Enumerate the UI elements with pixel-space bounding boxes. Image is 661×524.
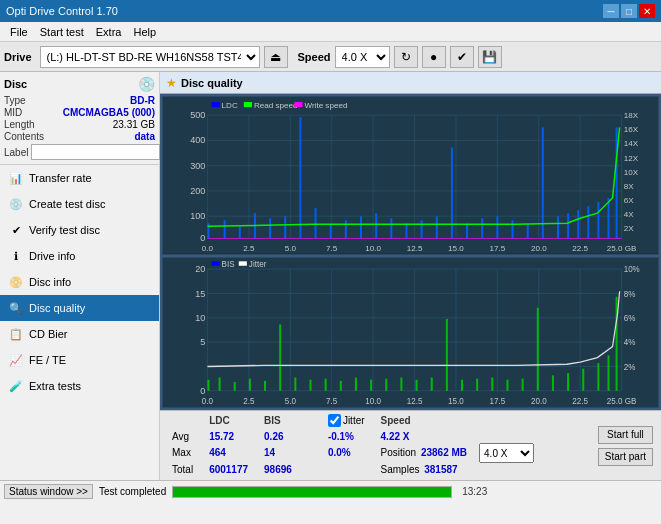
close-button[interactable]: ✕	[639, 4, 655, 18]
status-window-button[interactable]: Status window >>	[4, 484, 93, 499]
avg-bis: 0.26	[256, 428, 300, 445]
content-header-title: Disc quality	[181, 77, 243, 89]
sidebar-item-disc-quality[interactable]: 🔍 Disc quality	[0, 295, 159, 321]
refresh-button[interactable]: ↻	[394, 46, 418, 68]
test-speed-select[interactable]: 4.0 X	[479, 443, 534, 463]
svg-rect-70	[512, 220, 514, 238]
right-content: ★ Disc quality	[160, 72, 661, 480]
disc-section: Disc 💿 Type BD-R MID CMCMAGBA5 (000) Len…	[0, 72, 159, 165]
start-full-button[interactable]: Start full	[598, 426, 653, 444]
save-button[interactable]: 💾	[478, 46, 502, 68]
svg-text:Read speed: Read speed	[254, 101, 298, 110]
drive-toolbar: Drive (L:) HL-DT-ST BD-RE WH16NS58 TST4 …	[0, 42, 661, 72]
sidebar-item-extra-tests[interactable]: 🧪 Extra tests	[0, 373, 159, 399]
transfer-rate-icon: 📊	[8, 170, 24, 186]
svg-rect-54	[269, 218, 271, 238]
burn-button[interactable]: ●	[422, 46, 446, 68]
svg-rect-48	[294, 102, 302, 107]
svg-text:0.0: 0.0	[202, 395, 214, 405]
eject-button[interactable]: ⏏	[264, 46, 288, 68]
svg-rect-68	[481, 218, 483, 238]
svg-rect-121	[239, 261, 247, 265]
stats-table: LDC BIS Jitter Speed Avg	[164, 413, 542, 478]
verify-button[interactable]: ✔	[450, 46, 474, 68]
svg-rect-137	[416, 379, 418, 390]
sidebar-label-fe-te: FE / TE	[29, 354, 66, 366]
minimize-button[interactable]: ─	[603, 4, 619, 18]
svg-rect-61	[375, 213, 377, 238]
svg-text:5: 5	[200, 336, 205, 347]
svg-rect-76	[587, 206, 589, 238]
svg-rect-131	[325, 378, 327, 390]
sidebar-item-cd-bier[interactable]: 📋 CD Bier	[0, 321, 159, 347]
app-title: Opti Drive Control 1.70	[6, 5, 118, 17]
svg-rect-51	[224, 220, 226, 238]
svg-text:12.5: 12.5	[407, 395, 423, 405]
svg-text:10.0: 10.0	[365, 395, 381, 405]
sidebar-item-verify-test-disc[interactable]: ✔ Verify test disc	[0, 217, 159, 243]
sidebar-item-transfer-rate[interactable]: 📊 Transfer rate	[0, 165, 159, 191]
svg-text:22.5: 22.5	[572, 244, 588, 253]
svg-rect-75	[577, 210, 579, 238]
sidebar-label-extra-tests: Extra tests	[29, 380, 81, 392]
jitter-col-header: Jitter	[320, 413, 373, 428]
svg-text:100: 100	[190, 211, 205, 221]
svg-rect-150	[607, 355, 609, 390]
avg-jitter: -0.1%	[320, 428, 373, 445]
titlebar: Opti Drive Control 1.70 ─ □ ✕	[0, 0, 661, 22]
disc-section-label: Disc	[4, 78, 27, 90]
jitter-checkbox-label[interactable]: Jitter	[328, 414, 365, 427]
svg-rect-64	[421, 220, 423, 238]
svg-rect-60	[360, 216, 362, 238]
maximize-button[interactable]: □	[621, 4, 637, 18]
create-test-disc-icon: 💿	[8, 196, 24, 212]
charts-area: 500 400 300 200 100 0 18X 16X 14X 12X 10…	[160, 94, 661, 410]
svg-rect-123	[207, 379, 209, 390]
svg-text:15: 15	[195, 287, 205, 298]
sidebar-item-drive-info[interactable]: ℹ Drive info	[0, 243, 159, 269]
speed-select[interactable]: 4.0 X	[335, 46, 390, 68]
svg-text:15.0: 15.0	[448, 244, 464, 253]
svg-rect-130	[309, 379, 311, 390]
svg-text:300: 300	[190, 161, 205, 171]
start-part-button[interactable]: Start part	[598, 448, 653, 466]
content-header-icon: ★	[166, 76, 177, 90]
menu-start-test[interactable]: Start test	[34, 24, 90, 40]
svg-rect-67	[466, 223, 468, 238]
drive-select[interactable]: (L:) HL-DT-ST BD-RE WH16NS58 TST4	[40, 46, 260, 68]
drive-label: Drive	[4, 51, 32, 63]
sidebar-item-create-test-disc[interactable]: 💿 Create test disc	[0, 191, 159, 217]
total-label: Total	[164, 461, 201, 478]
svg-text:12.5: 12.5	[407, 244, 423, 253]
svg-text:15.0: 15.0	[448, 395, 464, 405]
bottom-chart: 20 15 10 5 0 10% 8% 6% 4% 2%	[162, 257, 659, 408]
jitter-checkbox[interactable]	[328, 414, 341, 427]
svg-rect-78	[607, 198, 609, 238]
svg-rect-59	[345, 220, 347, 238]
total-ldc: 6001177	[201, 461, 256, 478]
svg-text:18X: 18X	[624, 111, 639, 120]
total-bis: 98696	[256, 461, 300, 478]
svg-text:4%: 4%	[624, 337, 636, 347]
sidebar-item-disc-info[interactable]: 📀 Disc info	[0, 269, 159, 295]
sidebar-item-fe-te[interactable]: 📈 FE / TE	[0, 347, 159, 373]
start-buttons: Start full Start part	[598, 413, 657, 478]
svg-text:8X: 8X	[624, 182, 634, 191]
svg-rect-128	[279, 324, 281, 390]
svg-text:0: 0	[200, 384, 205, 395]
svg-rect-69	[496, 216, 498, 238]
svg-text:BIS: BIS	[222, 258, 235, 268]
samples-value: 381587	[424, 464, 457, 475]
menu-file[interactable]: File	[4, 24, 34, 40]
menu-help[interactable]: Help	[127, 24, 162, 40]
sidebar-label-transfer-rate: Transfer rate	[29, 172, 92, 184]
label-input[interactable]	[31, 144, 160, 160]
menu-extra[interactable]: Extra	[90, 24, 128, 40]
svg-rect-63	[405, 223, 407, 238]
svg-text:10: 10	[195, 311, 205, 322]
svg-rect-148	[582, 368, 584, 390]
length-key: Length	[4, 119, 35, 130]
svg-text:4X: 4X	[624, 210, 634, 219]
fe-te-icon: 📈	[8, 352, 24, 368]
drive-info-icon: ℹ	[8, 248, 24, 264]
